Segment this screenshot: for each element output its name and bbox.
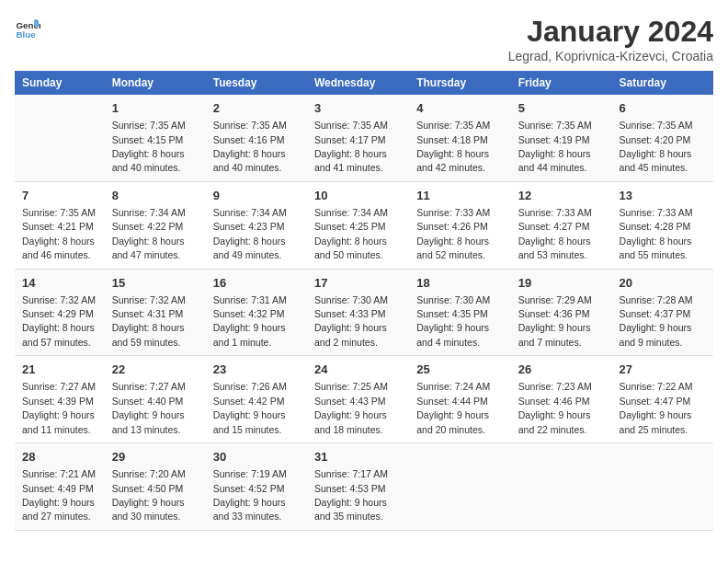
sunrise-info: Sunrise: 7:35 AM [416, 120, 490, 131]
col-header-monday: Monday [105, 71, 206, 95]
day-number: 11 [416, 188, 504, 204]
sunset-info: Sunset: 4:35 PM [416, 308, 488, 319]
sunrise-info: Sunrise: 7:34 AM [213, 207, 287, 218]
sunset-info: Sunset: 4:42 PM [213, 396, 285, 407]
sunset-info: Sunset: 4:32 PM [213, 308, 285, 319]
calendar-cell: 12 Sunrise: 7:33 AM Sunset: 4:27 PM Dayl… [511, 181, 612, 269]
daylight-info: Daylight: 9 hours and 33 minutes. [213, 497, 286, 522]
day-number: 10 [314, 188, 402, 204]
sunrise-info: Sunrise: 7:35 AM [112, 120, 186, 131]
sunrise-info: Sunrise: 7:34 AM [112, 207, 186, 218]
col-header-saturday: Saturday [612, 71, 713, 95]
calendar-cell: 7 Sunrise: 7:35 AM Sunset: 4:21 PM Dayli… [15, 181, 105, 269]
day-number: 30 [213, 449, 300, 465]
col-header-sunday: Sunday [15, 71, 105, 95]
sunset-info: Sunset: 4:37 PM [620, 308, 691, 319]
calendar-cell: 6 Sunrise: 7:35 AM Sunset: 4:20 PM Dayli… [612, 95, 713, 181]
daylight-info: Daylight: 9 hours and 1 minute. [213, 322, 286, 347]
day-number: 8 [112, 188, 199, 204]
daylight-info: Daylight: 9 hours and 35 minutes. [314, 497, 387, 522]
sunset-info: Sunset: 4:23 PM [213, 221, 285, 232]
day-number: 13 [620, 188, 706, 204]
calendar-cell: 15 Sunrise: 7:32 AM Sunset: 4:31 PM Dayl… [105, 269, 206, 356]
sunset-info: Sunset: 4:49 PM [22, 483, 94, 494]
sunrise-info: Sunrise: 7:33 AM [416, 207, 490, 218]
header: General Blue January 2024 Legrad, Kopriv… [15, 15, 713, 63]
day-number: 9 [213, 188, 300, 204]
sunset-info: Sunset: 4:18 PM [416, 134, 488, 145]
calendar-cell: 10 Sunrise: 7:34 AM Sunset: 4:25 PM Dayl… [307, 181, 409, 269]
daylight-info: Daylight: 8 hours and 50 minutes. [314, 236, 387, 260]
calendar-cell: 11 Sunrise: 7:33 AM Sunset: 4:26 PM Dayl… [409, 181, 511, 269]
sunrise-info: Sunrise: 7:30 AM [314, 294, 388, 305]
daylight-info: Daylight: 9 hours and 30 minutes. [112, 497, 185, 522]
calendar-cell: 18 Sunrise: 7:30 AM Sunset: 4:35 PM Dayl… [409, 269, 511, 356]
calendar-cell: 16 Sunrise: 7:31 AM Sunset: 4:32 PM Dayl… [206, 269, 307, 356]
sunset-info: Sunset: 4:53 PM [314, 483, 386, 494]
calendar-cell: 26 Sunrise: 7:23 AM Sunset: 4:46 PM Dayl… [511, 356, 612, 443]
daylight-info: Daylight: 9 hours and 13 minutes. [112, 409, 185, 434]
col-header-tuesday: Tuesday [206, 71, 307, 95]
day-number: 4 [416, 100, 504, 117]
calendar-cell: 28 Sunrise: 7:21 AM Sunset: 4:49 PM Dayl… [15, 443, 105, 531]
sunset-info: Sunset: 4:44 PM [416, 396, 488, 407]
week-row-2: 14 Sunrise: 7:32 AM Sunset: 4:29 PM Dayl… [15, 269, 713, 356]
sunset-info: Sunset: 4:43 PM [314, 396, 386, 407]
day-number: 18 [416, 275, 504, 292]
sunrise-info: Sunrise: 7:35 AM [22, 207, 96, 218]
sunrise-info: Sunrise: 7:32 AM [112, 294, 186, 305]
sunset-info: Sunset: 4:36 PM [518, 308, 590, 319]
daylight-info: Daylight: 9 hours and 2 minutes. [314, 322, 387, 347]
calendar-cell: 27 Sunrise: 7:22 AM Sunset: 4:47 PM Dayl… [612, 356, 713, 443]
sunset-info: Sunset: 4:26 PM [416, 221, 488, 232]
title-area: January 2024 Legrad, Koprivnica-Krizevci… [508, 15, 713, 63]
daylight-info: Daylight: 9 hours and 18 minutes. [314, 409, 387, 434]
sunrise-info: Sunrise: 7:33 AM [620, 207, 693, 218]
sunrise-info: Sunrise: 7:35 AM [314, 120, 388, 131]
day-number: 16 [213, 275, 300, 292]
daylight-info: Daylight: 8 hours and 45 minutes. [620, 148, 692, 173]
col-header-wednesday: Wednesday [307, 71, 409, 95]
sunset-info: Sunset: 4:29 PM [22, 308, 94, 319]
daylight-info: Daylight: 8 hours and 55 minutes. [620, 236, 692, 260]
daylight-info: Daylight: 9 hours and 11 minutes. [22, 409, 95, 434]
sunrise-info: Sunrise: 7:28 AM [620, 294, 693, 305]
sunrise-info: Sunrise: 7:22 AM [620, 381, 693, 392]
sunrise-info: Sunrise: 7:23 AM [518, 381, 592, 392]
sunset-info: Sunset: 4:46 PM [518, 396, 590, 407]
day-number: 19 [518, 275, 605, 292]
daylight-info: Daylight: 8 hours and 40 minutes. [112, 148, 185, 173]
sunrise-info: Sunrise: 7:35 AM [620, 120, 693, 131]
sunrise-info: Sunrise: 7:34 AM [314, 207, 388, 218]
daylight-info: Daylight: 9 hours and 4 minutes. [416, 322, 489, 347]
daylight-info: Daylight: 9 hours and 25 minutes. [620, 409, 692, 434]
logo: General Blue [15, 15, 40, 40]
sunset-info: Sunset: 4:50 PM [112, 483, 184, 494]
day-number: 26 [518, 362, 605, 378]
calendar-cell [15, 95, 105, 181]
sunset-info: Sunset: 4:47 PM [620, 396, 691, 407]
day-number: 17 [314, 275, 402, 292]
sunrise-info: Sunrise: 7:29 AM [518, 294, 592, 305]
day-number: 28 [22, 449, 97, 465]
day-number: 29 [112, 449, 199, 465]
daylight-info: Daylight: 8 hours and 44 minutes. [518, 148, 591, 173]
daylight-info: Daylight: 8 hours and 57 minutes. [22, 322, 95, 347]
sunset-info: Sunset: 4:27 PM [518, 221, 590, 232]
daylight-info: Daylight: 8 hours and 47 minutes. [112, 236, 185, 260]
sunrise-info: Sunrise: 7:21 AM [22, 468, 96, 479]
sunset-info: Sunset: 4:31 PM [112, 308, 184, 319]
calendar-cell: 14 Sunrise: 7:32 AM Sunset: 4:29 PM Dayl… [15, 269, 105, 356]
daylight-info: Daylight: 9 hours and 27 minutes. [22, 497, 95, 522]
day-number: 1 [112, 100, 199, 117]
day-number: 12 [518, 188, 605, 204]
day-number: 24 [314, 362, 402, 378]
calendar-cell: 31 Sunrise: 7:17 AM Sunset: 4:53 PM Dayl… [307, 443, 409, 531]
day-number: 6 [620, 100, 706, 117]
sunrise-info: Sunrise: 7:30 AM [416, 294, 490, 305]
day-number: 23 [213, 362, 300, 378]
calendar-cell: 21 Sunrise: 7:27 AM Sunset: 4:39 PM Dayl… [15, 356, 105, 443]
header-row: SundayMondayTuesdayWednesdayThursdayFrid… [15, 71, 713, 95]
week-row-1: 7 Sunrise: 7:35 AM Sunset: 4:21 PM Dayli… [15, 181, 713, 269]
daylight-info: Daylight: 9 hours and 20 minutes. [416, 409, 489, 434]
